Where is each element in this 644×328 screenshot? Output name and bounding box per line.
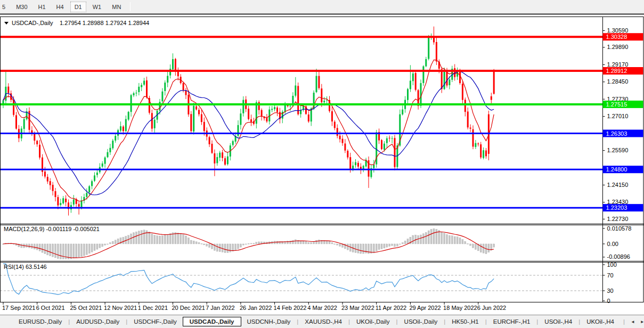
svg-text:14 Feb 2022: 14 Feb 2022 xyxy=(274,305,307,311)
svg-text:1.29890: 1.29890 xyxy=(607,44,629,50)
timeframe-button-D1[interactable]: D1 xyxy=(70,2,86,12)
timeframe-button-H4[interactable]: H4 xyxy=(52,2,68,12)
svg-text:12 Nov 2021: 12 Nov 2021 xyxy=(104,305,137,311)
tab-eurchf-h1[interactable]: EURCHF-,H1 xyxy=(487,317,536,326)
svg-text:1.27515: 1.27515 xyxy=(606,101,627,108)
svg-text:25 Oct 2021: 25 Oct 2021 xyxy=(70,305,102,311)
symbol-tabbar: EURUSD-,Daily|AUDUSD-,Daily|USDCHF-,Dail… xyxy=(0,315,644,328)
tab-ukoil-daily[interactable]: UKOil-,Daily xyxy=(350,317,396,326)
axis-badge-support-3: 1.23203 xyxy=(603,204,643,211)
svg-text:1.28450: 1.28450 xyxy=(607,78,629,85)
svg-text:1.24150: 1.24150 xyxy=(607,182,629,188)
timeframe-button-M30[interactable]: M30 xyxy=(12,2,31,12)
svg-text:6 Oct 2021: 6 Oct 2021 xyxy=(36,305,65,311)
svg-text:29 Apr 2022: 29 Apr 2022 xyxy=(409,305,441,311)
axis-badge-support-2: 1.24800 xyxy=(603,166,643,173)
svg-text:6 Jun 2022: 6 Jun 2022 xyxy=(477,305,506,311)
svg-text:1.30328: 1.30328 xyxy=(606,34,627,40)
chart-ohlc-values: 1.27954 1.28988 1.27924 1.28944 xyxy=(60,20,149,26)
svg-text:17 Sep 2021: 17 Sep 2021 xyxy=(2,305,35,311)
axis-badge-support-1: 1.26303 xyxy=(603,130,643,137)
svg-text:1.22730: 1.22730 xyxy=(607,216,629,222)
svg-text:1.30590: 1.30590 xyxy=(607,27,629,34)
svg-text:1.29170: 1.29170 xyxy=(607,61,629,68)
svg-text:-0.00896: -0.00896 xyxy=(607,253,630,260)
chart-background xyxy=(0,17,644,315)
timeframe-button-5[interactable]: 5 xyxy=(0,2,10,12)
macd-label: MACD(12,26,9) -0.001119 -0.005021 xyxy=(4,226,100,232)
tab-hk50-h1[interactable]: HK50-,H1 xyxy=(446,317,485,326)
svg-text:11 Apr 2022: 11 Apr 2022 xyxy=(376,305,407,311)
timeframe-toolbar: 5M30H1H4D1W1MN xyxy=(0,0,644,15)
svg-text:1.23203: 1.23203 xyxy=(606,204,627,211)
tabs-scroll-right-icon[interactable]: ► xyxy=(638,319,644,324)
tab-separator: | xyxy=(620,318,628,325)
timeframe-button-H1[interactable]: H1 xyxy=(34,2,50,12)
tabbar-scroll-arrows: |◄► xyxy=(620,318,644,325)
svg-text:30: 30 xyxy=(607,288,614,294)
svg-text:1.26303: 1.26303 xyxy=(606,130,627,137)
svg-text:0.00: 0.00 xyxy=(607,241,618,247)
tab-audusd-daily[interactable]: AUDUSD-,Daily xyxy=(70,317,125,326)
tab-usdchf-daily[interactable]: USDCHF-,Daily xyxy=(128,317,183,326)
axis-badge-resistance-lower: 1.28912 xyxy=(603,67,643,75)
svg-text:1.28912: 1.28912 xyxy=(606,68,627,74)
chart-symbol-title: USDCAD-,Daily xyxy=(12,20,53,26)
tab-usdcad-daily[interactable]: USDCAD-,Daily xyxy=(183,317,241,326)
timeframe-button-W1[interactable]: W1 xyxy=(88,2,106,12)
svg-text:1.25590: 1.25590 xyxy=(607,147,629,153)
svg-text:23 Mar 2022: 23 Mar 2022 xyxy=(341,305,374,311)
chart-canvas[interactable]: 1.305901.298901.291701.284501.277301.270… xyxy=(0,0,644,328)
svg-text:1.27010: 1.27010 xyxy=(607,113,629,119)
tab-usoil-h4[interactable]: USOil-,H4 xyxy=(539,317,578,326)
tab-usoil-daily[interactable]: USOil-,Daily xyxy=(398,317,444,326)
svg-text:0.010578: 0.010578 xyxy=(607,225,632,232)
tab-ukoil-h4[interactable]: UKOil-,H4 xyxy=(581,317,620,326)
svg-text:0: 0 xyxy=(607,298,610,304)
svg-text:70: 70 xyxy=(607,272,614,278)
tabs-scroll-left-icon[interactable]: ◄ xyxy=(628,319,638,324)
axis-badge-resistance-upper: 1.30328 xyxy=(603,33,643,40)
svg-text:20 Dec 2021: 20 Dec 2021 xyxy=(172,305,205,311)
timeframe-button-MN[interactable]: MN xyxy=(108,2,125,12)
tab-usdcnh-daily[interactable]: USDCNH-,Daily xyxy=(241,317,297,326)
svg-text:4 Mar 2022: 4 Mar 2022 xyxy=(307,305,337,311)
svg-text:1.24800: 1.24800 xyxy=(606,166,627,173)
rsi-label: RSI(14) 63.5146 xyxy=(4,264,47,270)
tab-xauusd-h4[interactable]: XAUUSD-,H4 xyxy=(299,317,348,326)
trading-app-window: 5M30H1H4D1W1MN 1.305901.298901.291701.28… xyxy=(0,0,644,328)
svg-text:1 Dec 2021: 1 Dec 2021 xyxy=(138,305,168,311)
svg-text:26 Jan 2022: 26 Jan 2022 xyxy=(240,305,272,311)
axis-badge-pivot-green: 1.27515 xyxy=(603,101,643,108)
toolbar-separator xyxy=(130,2,131,11)
svg-text:100: 100 xyxy=(607,261,617,268)
svg-text:7 Jan 2022: 7 Jan 2022 xyxy=(206,305,234,311)
tab-eurusd-daily[interactable]: EURUSD-,Daily xyxy=(13,317,68,326)
svg-text:18 May 2022: 18 May 2022 xyxy=(443,305,477,311)
